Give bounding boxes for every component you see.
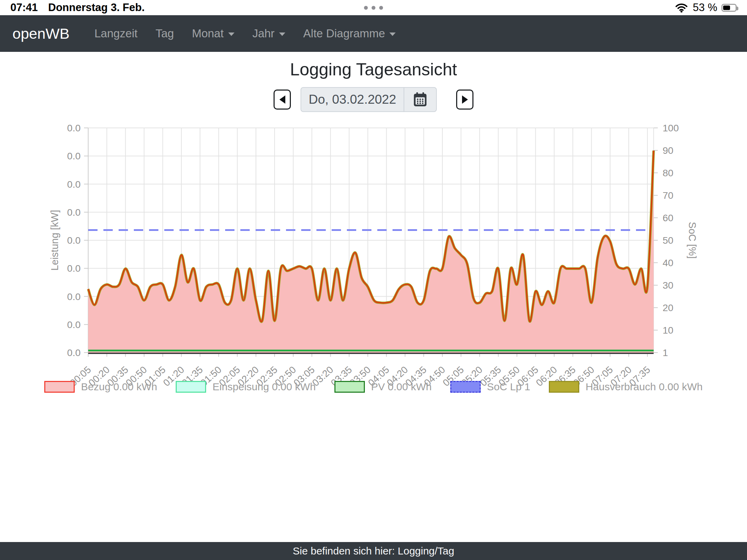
calendar-button[interactable] [404, 88, 436, 111]
right-axis-tick-label: 60 [663, 213, 673, 223]
screen: 07:41 Donnerstag 3. Feb. 53 % openWB Lan… [0, 0, 747, 560]
prev-icon [279, 95, 285, 104]
battery-icon [721, 4, 737, 12]
nav-item-jahr[interactable]: Jahr [252, 27, 285, 40]
legend-label: SoC Lp 1 [487, 381, 530, 393]
legend-swatch-pv [334, 381, 365, 393]
legend-item-soc-lp1: SoC Lp 1 [450, 381, 530, 393]
left-axis-tick-label: 0.0 [67, 347, 81, 358]
breadcrumb-bar: Sie befinden sich hier: Logging/Tag [0, 542, 747, 560]
status-right: 53 % [675, 1, 737, 14]
nav-item-label: Monat [192, 27, 224, 40]
battery-percent-label: 53 % [693, 1, 717, 14]
right-axis-tick-label: 50 [663, 235, 673, 246]
left-axis-tick-label: 0.0 [67, 123, 81, 133]
right-axis-tick-label: 80 [663, 168, 673, 178]
nav-item-label: Jahr [252, 27, 275, 40]
nav-item-alte-diagramme[interactable]: Alte Diagramme [303, 27, 396, 40]
battery-fill [723, 6, 730, 10]
status-left: 07:41 Donnerstag 3. Feb. [10, 1, 145, 14]
legend-swatch-soc-lp1 [450, 381, 481, 393]
date-picker: Do, 03.02.2022 [0, 87, 747, 112]
bezug-area [88, 151, 654, 353]
legend-label: Einspeisung 0.00 kWh [212, 381, 316, 393]
right-axis-title: SoC [%] [687, 222, 698, 259]
legend-swatch-einspeisung [176, 381, 206, 393]
legend-item-pv: PV 0.00 kWh [334, 381, 432, 393]
legend-swatch-hausverbrauch [549, 381, 579, 393]
nav-item-langzeit[interactable]: Langzeit [94, 27, 138, 40]
chart-legend: Bezug 0.00 kWh Einspeisung 0.00 kWh PV 0… [0, 381, 747, 393]
date-input-group: Do, 03.02.2022 [301, 87, 437, 112]
next-day-button[interactable] [456, 90, 473, 110]
left-axis-tick-label: 0.0 [67, 291, 81, 302]
status-date: Donnerstag 3. Feb. [48, 1, 145, 14]
clock: 07:41 [10, 1, 38, 14]
legend-swatch-bezug [44, 381, 75, 393]
right-axis-tick-label: 40 [663, 258, 673, 268]
next-icon [462, 95, 468, 104]
dropdown-caret-icon [279, 32, 285, 36]
date-input[interactable]: Do, 03.02.2022 [301, 88, 404, 111]
right-axis-tick-label: 30 [663, 280, 673, 291]
left-axis-tick-label: 0.0 [67, 263, 81, 274]
legend-label: Bezug 0.00 kWh [81, 381, 157, 393]
multitask-dots-icon [364, 6, 383, 10]
dropdown-caret-icon [228, 32, 234, 36]
legend-item-einspeisung: Einspeisung 0.00 kWh [176, 381, 316, 393]
right-axis-tick-label: 100 [663, 123, 679, 133]
legend-item-hausverbrauch: Hausverbrauch 0.00 kWh [549, 381, 703, 393]
left-axis-tick-label: 0.0 [67, 319, 81, 330]
nav-item-label: Langzeit [94, 27, 138, 40]
breadcrumb: Sie befinden sich hier: Logging/Tag [293, 545, 454, 557]
prev-day-button[interactable] [274, 90, 291, 110]
left-axis-tick-label: 0.0 [67, 179, 81, 190]
brand[interactable]: openWB [12, 25, 70, 42]
right-axis-tick-label: 10 [663, 325, 673, 336]
calendar-icon [412, 92, 428, 108]
left-axis-tick-label: 0.0 [67, 151, 81, 161]
legend-item-bezug: Bezug 0.00 kWh [44, 381, 157, 393]
nav-item-label: Tag [156, 27, 174, 40]
right-axis-tick-label: 20 [663, 302, 673, 313]
dropdown-caret-icon [389, 32, 396, 36]
right-axis-tick-label: 70 [663, 190, 673, 201]
legend-label: PV 0.00 kWh [371, 381, 432, 393]
battery-nub [737, 7, 738, 10]
legend-label: Hausverbrauch 0.00 kWh [585, 381, 703, 393]
right-axis-tick-label: 90 [663, 145, 673, 156]
left-axis-title: Leistung [kW] [49, 210, 60, 271]
page-title: Logging Tagesansicht [0, 59, 747, 80]
navbar: openWB Langzeit Tag Monat Jahr Alte Diag… [0, 15, 747, 52]
wifi-icon [675, 3, 688, 13]
left-axis-tick-label: 0.0 [67, 207, 81, 218]
right-axis-tick-label: 1 [663, 347, 668, 358]
nav-item-tag[interactable]: Tag [156, 27, 174, 40]
ios-status-bar: 07:41 Donnerstag 3. Feb. 53 % [0, 0, 747, 15]
nav-item-label: Alte Diagramme [303, 27, 385, 40]
left-axis-tick-label: 0.0 [67, 235, 81, 246]
logging-chart: 0.00.00.00.00.00.00.00.00.000:0500:2000:… [0, 118, 747, 398]
nav-item-monat[interactable]: Monat [192, 27, 234, 40]
